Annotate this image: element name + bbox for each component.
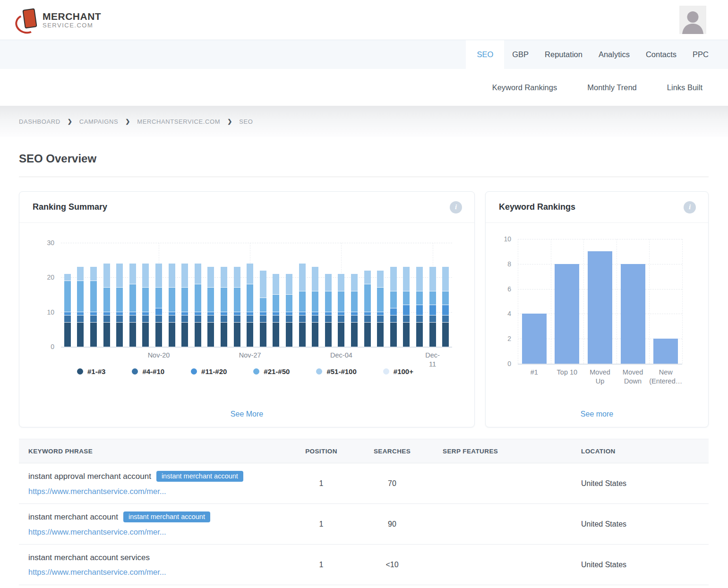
bar-segment: [299, 315, 306, 323]
bar-segment: [390, 315, 397, 323]
bar-segment: [260, 315, 266, 323]
stacked-bar: [142, 243, 149, 347]
y-axis-label: 0: [51, 343, 54, 350]
bar-segment: [429, 305, 436, 315]
nav-item-analytics[interactable]: Analytics: [591, 40, 638, 69]
bar-segment: [390, 291, 397, 309]
bar-segment: [221, 323, 227, 347]
subnav-item-monthly-trend[interactable]: Monthly Trend: [587, 83, 637, 92]
x-axis-label: #1: [531, 368, 538, 377]
merchant-service-logo[interactable]: MERCHANT SERVICE.COM: [18, 6, 101, 34]
bar-segment: [129, 284, 136, 312]
chevron-right-icon: ❯: [125, 118, 130, 125]
legend-label: #11-#20: [201, 367, 227, 375]
keyword-rankings-card: Keyword Rankings i 0246810#1Top 10Moved …: [485, 191, 709, 427]
see-more-link[interactable]: See More: [19, 410, 474, 418]
nav-item-seo[interactable]: SEO: [466, 40, 504, 69]
bar-segment: [195, 284, 201, 312]
bar-segment: [442, 305, 449, 315]
breadcrumb-campaigns[interactable]: CAMPAIGNS: [79, 118, 118, 125]
bar-segment: [403, 291, 410, 305]
see-more-link[interactable]: See more: [486, 410, 708, 418]
bar-segment: [286, 312, 292, 315]
table-row: instant approval merchant account instan…: [19, 463, 709, 504]
bar-segment: [234, 312, 240, 315]
primary-nav: SEO GBP Reputation Analytics Contacts PP…: [0, 40, 728, 69]
nav-item-ppc[interactable]: PPC: [685, 40, 717, 69]
bar-segment: [390, 267, 397, 291]
legend-label: #1-#3: [87, 367, 105, 375]
bar-segment: [221, 267, 227, 288]
stacked-bar: [351, 243, 358, 347]
info-icon[interactable]: i: [450, 201, 462, 213]
position-value: 1: [286, 561, 357, 569]
bar-segment: [247, 315, 253, 323]
bar-segment: [64, 312, 71, 315]
nav-item-reputation[interactable]: Reputation: [537, 40, 591, 69]
bar-segment: [390, 308, 397, 315]
bar-segment: [207, 288, 214, 312]
bar-segment: [195, 323, 201, 347]
subnav-item-keyword-rankings[interactable]: Keyword Rankings: [492, 83, 557, 92]
y-axis-label: 30: [47, 239, 54, 247]
bar-segment: [299, 264, 306, 291]
location-value: United States: [569, 479, 709, 488]
bar-segment: [312, 291, 318, 312]
x-axis-label: Moved Up: [590, 368, 610, 386]
nav-item-gbp[interactable]: GBP: [504, 40, 537, 69]
legend-label: #100+: [394, 367, 413, 375]
bar-segment: [169, 323, 175, 347]
result-url-link[interactable]: https://www.merchantservice.com/mer...: [28, 568, 166, 577]
searches-value: <10: [357, 561, 428, 569]
bar-segment: [286, 315, 292, 323]
bar-segment: [234, 315, 240, 323]
keyword-rankings-chart: 0246810#1Top 10Moved UpMoved DownNew (En…: [518, 239, 682, 365]
bar-segment: [116, 288, 123, 312]
secondary-nav: Keyword Rankings Monthly Trend Links Bui…: [0, 69, 728, 106]
legend-dot: [383, 368, 389, 375]
y-axis-label: 0: [507, 360, 511, 367]
bar-segment: [247, 312, 253, 315]
gridline: [518, 239, 682, 239]
bar-segment: [181, 323, 188, 347]
bar-segment: [64, 315, 71, 323]
bar-segment: [325, 315, 332, 323]
stacked-bar: [325, 243, 332, 347]
bar-segment: [169, 288, 175, 312]
bar-segment: [142, 315, 149, 323]
result-url-link[interactable]: https://www.merchantservice.com/mer...: [28, 528, 166, 537]
bar-segment: [77, 323, 84, 347]
keyword-phrase: instant merchant account services: [28, 553, 150, 562]
bar-segment: [273, 323, 279, 347]
breadcrumb-seo[interactable]: SEO: [239, 118, 253, 125]
nav-item-contacts[interactable]: Contacts: [638, 40, 685, 69]
bar-segment: [116, 323, 123, 347]
stacked-bar: [116, 243, 123, 347]
breadcrumb-dashboard[interactable]: DASHBOARD: [19, 118, 60, 125]
bar-segment: [364, 284, 371, 312]
info-icon[interactable]: i: [684, 201, 696, 213]
bar-segment: [77, 267, 84, 281]
breadcrumb-merchantservice[interactable]: MERCHANTSERVICE.COM: [137, 118, 220, 125]
bar-segment: [90, 281, 97, 312]
result-url-link[interactable]: https://www.merchantservice.com/mer...: [28, 487, 166, 496]
table-header-row: KEYWORD PHRASE POSITION SEARCHES SERP FE…: [19, 439, 709, 463]
bar-segment: [129, 315, 136, 323]
stacked-bar: [299, 243, 306, 347]
bar-segment: [442, 267, 449, 291]
page-title: SEO Overview: [19, 152, 709, 165]
subnav-item-links-built[interactable]: Links Built: [667, 83, 702, 92]
user-avatar[interactable]: [679, 6, 706, 34]
person-silhouette-icon: [679, 6, 706, 34]
searches-value: 70: [357, 479, 428, 488]
y-axis-label: 6: [507, 285, 511, 293]
bar-segment: [390, 323, 397, 347]
ranking-summary-card: Ranking Summary i 0102030Nov-20Nov-27Dec…: [19, 191, 475, 427]
stacked-bar: [90, 243, 97, 347]
bar: [555, 264, 579, 364]
main-content: SEO Overview Ranking Summary i 0102030No…: [0, 152, 728, 585]
logo-card-icon: [18, 6, 40, 34]
bar-segment: [416, 305, 423, 315]
bar-segment: [207, 315, 214, 323]
bar-segment: [325, 323, 332, 347]
